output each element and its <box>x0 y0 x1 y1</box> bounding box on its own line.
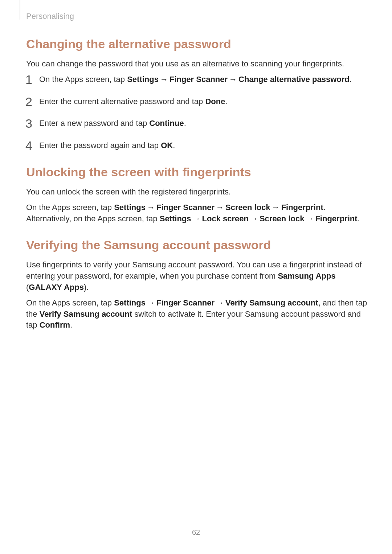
bold-text: Verify Samsung account <box>40 309 132 319</box>
path-bold: Settings <box>127 75 159 84</box>
path-bold: Finger Scanner <box>170 75 228 84</box>
section3-para1: Use fingerprints to verify your Samsung … <box>26 259 367 293</box>
path-bold: Finger Scanner <box>156 298 215 307</box>
arrow-icon: → <box>159 74 170 85</box>
arrow-icon: → <box>249 213 260 225</box>
path-bold: Done <box>205 97 225 106</box>
arrow-icon: → <box>146 297 156 309</box>
breadcrumb: Personalising <box>26 12 74 21</box>
step-text: . <box>184 119 186 128</box>
path-bold: Settings <box>114 203 146 212</box>
path-bold: Settings <box>114 298 146 307</box>
header-divider <box>20 0 20 20</box>
section2-intro: You can unlock the screen with the regis… <box>26 186 367 198</box>
arrow-icon: → <box>304 213 315 225</box>
step-text: Enter the current alternative password a… <box>39 97 205 106</box>
step-text: Enter the password again and tap <box>39 141 161 150</box>
arrow-icon: → <box>191 213 202 225</box>
path-bold: Screen lock <box>225 203 270 212</box>
body-text: . <box>358 214 360 223</box>
step-text: . <box>173 141 175 150</box>
path-bold: Lock screen <box>202 214 249 223</box>
step-text: . <box>225 97 227 106</box>
step-text: Enter a new password and tap <box>39 119 149 128</box>
section-heading-unlock-fingerprints: Unlocking the screen with fingerprints <box>26 165 367 179</box>
path-bold: Finger Scanner <box>156 203 215 212</box>
arrow-icon: → <box>228 74 238 85</box>
bold-text: Samsung Apps <box>278 271 335 280</box>
path-bold: Fingerprint <box>315 214 357 223</box>
bold-text: Confirm <box>40 320 70 329</box>
path-bold: Fingerprint <box>281 203 323 212</box>
path-bold: Change alternative password <box>238 75 350 84</box>
step-1: On the Apps screen, tap Settings→Finger … <box>26 74 367 85</box>
body-text: On the Apps screen, tap <box>26 298 114 307</box>
section-heading-change-password: Changing the alternative password <box>26 37 367 51</box>
path-bold: Continue <box>149 119 184 128</box>
arrow-icon: → <box>215 297 225 309</box>
path-bold: Verify Samsung account <box>225 298 318 307</box>
arrow-icon: → <box>270 202 281 213</box>
body-text: On the Apps screen, tap <box>26 203 114 212</box>
section2-path: On the Apps screen, tap Settings→Finger … <box>26 202 367 225</box>
bold-text: GALAXY Apps <box>29 283 84 292</box>
step-2: Enter the current alternative password a… <box>26 96 367 107</box>
page-number: 62 <box>0 528 392 537</box>
arrow-icon: → <box>146 202 156 213</box>
body-text: . <box>70 320 72 329</box>
section3-para2: On the Apps screen, tap Settings→Finger … <box>26 297 367 331</box>
step-3: Enter a new password and tap Continue. <box>26 118 367 129</box>
section1-steps: On the Apps screen, tap Settings→Finger … <box>26 74 367 151</box>
step-4: Enter the password again and tap OK. <box>26 140 367 151</box>
arrow-icon: → <box>215 202 225 213</box>
body-text: ). <box>84 283 89 292</box>
path-bold: OK <box>161 141 173 150</box>
step-text: On the Apps screen, tap <box>39 75 127 84</box>
page-content: Changing the alternative password You ca… <box>26 37 367 335</box>
section1-intro: You can change the password that you use… <box>26 58 367 70</box>
path-bold: Screen lock <box>260 214 305 223</box>
section-heading-verify-samsung: Verifying the Samsung account password <box>26 238 367 252</box>
path-bold: Settings <box>160 214 191 223</box>
step-text: . <box>350 75 352 84</box>
